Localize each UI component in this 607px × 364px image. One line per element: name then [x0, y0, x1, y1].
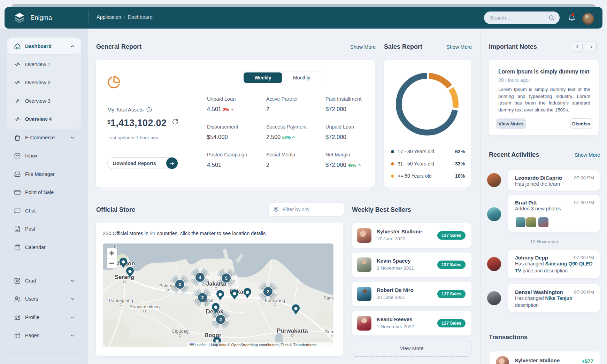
- svg-text:2: 2: [201, 295, 203, 300]
- svg-text:Karawang: Karawang: [265, 298, 285, 303]
- svg-text:Subang: Subang: [325, 329, 333, 334]
- svg-text:Leaflet: Leaflet: [195, 343, 206, 347]
- svg-text:Pamanukan: Pamanukan: [323, 295, 333, 301]
- svg-text:Rangkasbitung: Rangkasbitung: [130, 304, 160, 309]
- svg-text:| Map data © OpenStreetMap con: | Map data © OpenStreetMap contributors,…: [209, 343, 317, 347]
- svg-text:Pandeglang: Pandeglang: [109, 298, 133, 303]
- svg-text:Purwakarta: Purwakarta: [277, 327, 308, 334]
- svg-text:2: 2: [178, 282, 181, 287]
- svg-text:5: 5: [225, 276, 227, 281]
- svg-text:Cigudeg: Cigudeg: [172, 328, 189, 334]
- svg-text:4: 4: [199, 275, 201, 280]
- svg-text:2: 2: [219, 317, 222, 322]
- svg-text:2: 2: [267, 289, 269, 294]
